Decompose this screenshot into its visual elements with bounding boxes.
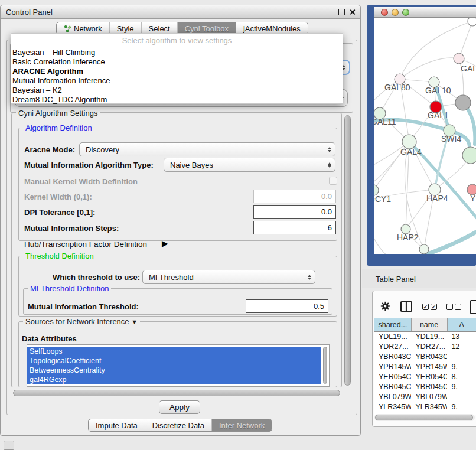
collapse-down-icon[interactable]: ▼: [131, 318, 138, 325]
network-edge[interactable]: [400, 58, 459, 79]
table-row[interactable]: YBL079WYBL079W: [374, 392, 476, 402]
split-panel-icon[interactable]: [400, 301, 412, 312]
node-label-gal1: GAL1: [428, 110, 449, 120]
network-edge[interactable]: [459, 21, 472, 58]
attribute-item-betweennesscentrality[interactable]: BetweennessCentrality: [27, 366, 321, 375]
algorithm-option-basic-correlation-inference[interactable]: Basic Correlation Inference: [11, 57, 343, 67]
table-hscrollbar-thumb[interactable]: [375, 415, 473, 420]
close-icon[interactable]: [349, 9, 356, 15]
which-threshold-combobox[interactable]: MI Threshold: [142, 270, 315, 284]
table-row[interactable]: YBR045CYBR045C9.: [374, 382, 476, 392]
algorithm-option-dream8-dc-tdc-algorithm[interactable]: Dream8 DC_TDC Algorithm: [11, 95, 343, 105]
export-table-icon[interactable]: [470, 300, 476, 314]
popup-prompt: Select algorithm to view settings: [11, 34, 343, 48]
algorithm-option-bayesian-k2[interactable]: Bayesian – K2: [11, 86, 343, 95]
network-node[interactable]: [419, 244, 429, 254]
tab-infer-network[interactable]: Infer Network: [211, 419, 272, 431]
table-row[interactable]: YER054CYER054C8.: [374, 372, 476, 382]
table-cell: YBL079W: [374, 392, 411, 402]
table-cell: YER054C: [411, 372, 447, 382]
manual-kernel-label: Manual Kernel Width Definition: [24, 177, 138, 186]
table-row[interactable]: YPR145WYPR145W9.: [374, 362, 476, 372]
column-header-a[interactable]: A: [448, 318, 476, 331]
attribute-item-gal4rgexp[interactable]: gal4RGexp: [27, 375, 321, 384]
node-attribute-table[interactable]: shared...nameA YDL19...YDL19...13YDR27..…: [374, 318, 476, 415]
column-header-shared[interactable]: shared...: [374, 318, 412, 331]
node-label-gal: GAL: [461, 64, 476, 73]
algorithm-option-aracne-algorithm[interactable]: ARACNE Algorithm: [11, 67, 343, 76]
zoom-traffic-light-icon[interactable]: [402, 9, 409, 16]
network-canvas[interactable]: GALGAL80GAL10GAL1GAL11SWI4GAL4GCY1HAP4YH…: [374, 18, 476, 254]
table-cell: [447, 352, 476, 362]
node-label-gal80: GAL80: [384, 83, 410, 92]
mi-threshold-group-title: MI Threshold Definition: [28, 284, 111, 293]
tab-label: Network: [74, 24, 102, 33]
network-node[interactable]: [455, 95, 471, 110]
settings-vscrollbar-thumb[interactable]: [344, 115, 351, 386]
threshold-definition-title: Threshold Definition: [23, 252, 96, 260]
combo-stepper-icon: [308, 273, 312, 282]
attribute-item-selfloops[interactable]: SelfLoops: [27, 347, 321, 356]
expand-right-icon[interactable]: ▶: [162, 239, 168, 248]
apply-button[interactable]: Apply: [159, 400, 200, 414]
table-cell: YLR345W: [374, 402, 411, 412]
algorithm-option-bayesian-hill-climbing[interactable]: Bayesian – Hill Climbing: [11, 48, 343, 57]
kernel-width-field[interactable]: [253, 190, 336, 203]
minimize-traffic-light-icon[interactable]: [392, 9, 399, 16]
network-window-titlebar[interactable]: [374, 7, 476, 18]
attr-list-vscrollbar-thumb[interactable]: [323, 347, 327, 384]
float-window-icon[interactable]: [338, 9, 345, 15]
data-attributes-list[interactable]: SelfLoopsTopologicalCoefficientBetweenne…: [27, 344, 330, 387]
tab-cyni-toolbox[interactable]: Cyni Toolbox: [177, 22, 236, 34]
settings-hscrollbar[interactable]: [12, 389, 342, 397]
settings-hscrollbar-thumb[interactable]: [13, 390, 340, 396]
deselect-all-columns-icon[interactable]: [446, 304, 461, 310]
table-cell: 9.: [447, 402, 476, 412]
close-traffic-light-icon[interactable]: [381, 9, 388, 16]
tab-select[interactable]: Select: [141, 22, 177, 34]
collapsed-panel-icon[interactable]: [4, 441, 14, 450]
tab-discretize-data[interactable]: Discretize Data: [145, 419, 211, 431]
tab-label: Cyni Toolbox: [185, 24, 229, 33]
table-cell: YLR345W: [411, 402, 447, 412]
table-header-row: shared...nameA: [374, 318, 476, 332]
table-row[interactable]: YDR27...YDR27...12: [374, 342, 476, 352]
node-label-gal11: GAL11: [374, 117, 396, 126]
data-attributes-label: Data Attributes: [22, 334, 77, 343]
tab-impute-data[interactable]: Impute Data: [89, 419, 145, 431]
aracne-mode-combobox[interactable]: Discovery: [79, 142, 335, 156]
dpi-tolerance-label: DPI Tolerance [0,1]:: [24, 208, 95, 217]
tab-label: Style: [117, 24, 134, 33]
settings-vscrollbar[interactable]: [344, 114, 351, 387]
table-row[interactable]: YLR345WYLR345W9.: [374, 402, 476, 412]
mi-threshold-field[interactable]: [246, 299, 328, 313]
column-header-name[interactable]: name: [412, 318, 448, 331]
table-hscrollbar[interactable]: [374, 414, 475, 421]
table-row[interactable]: YBR043CYBR043C: [374, 352, 476, 362]
select-all-columns-icon[interactable]: ✓✓: [422, 304, 437, 310]
mi-steps-field[interactable]: [253, 221, 336, 234]
network-node[interactable]: [468, 18, 476, 26]
network-node-gal[interactable]: [454, 53, 464, 64]
manual-kernel-checkbox[interactable]: [329, 177, 337, 185]
tab-network[interactable]: Network: [57, 22, 109, 34]
table-cell: YBL079W: [411, 392, 447, 402]
network-graph: GALGAL80GAL10GAL1GAL11SWI4GAL4GCY1HAP4YH…: [374, 18, 476, 254]
dpi-tolerance-field[interactable]: [253, 205, 336, 219]
table-settings-gear-icon[interactable]: [380, 301, 390, 311]
mi-type-value: Naive Bayes: [170, 161, 213, 169]
network-node[interactable]: [462, 147, 476, 164]
network-icon: [64, 25, 71, 32]
algorithm-option-mutual-information-inference[interactable]: Mutual Information Inference: [11, 76, 343, 86]
node-label-y: Y: [470, 194, 476, 203]
table-cell: 13: [447, 332, 476, 342]
mi-type-combobox[interactable]: Naive Bayes: [164, 158, 335, 172]
attr-list-vscrollbar[interactable]: [322, 346, 328, 385]
table-row[interactable]: YDL19...YDL19...13: [374, 332, 476, 342]
control-panel-titlebar: Control Panel: [1, 5, 360, 19]
sources-title: Sources for Network Inference ▼: [23, 317, 140, 326]
attribute-item-topologicalcoefficient[interactable]: TopologicalCoefficient: [27, 356, 321, 366]
node-label-hap2: HAP2: [397, 233, 419, 242]
tab-jactivemnodules[interactable]: jActiveMNodules: [236, 22, 308, 34]
tab-style[interactable]: Style: [109, 22, 141, 34]
